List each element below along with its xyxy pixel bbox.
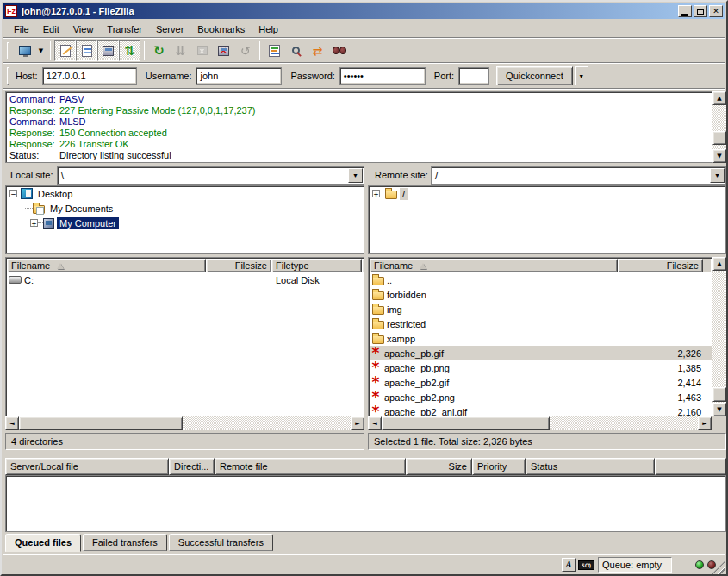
- expand-icon[interactable]: +: [372, 190, 380, 197]
- toolbar-grip[interactable]: [7, 42, 9, 59]
- column-header-last-modified[interactable]: L: [362, 259, 364, 272]
- maximize-button[interactable]: [694, 5, 707, 17]
- column-header-direction[interactable]: Directi...: [169, 458, 215, 475]
- remote-vscroll-down-button[interactable]: ▼: [712, 403, 726, 416]
- collapse-icon[interactable]: −: [9, 190, 17, 197]
- tree-item-root[interactable]: + /: [369, 186, 725, 201]
- port-input[interactable]: [458, 67, 489, 85]
- remote-hscrollbar-thumb[interactable]: [382, 416, 550, 430]
- file-row-selected[interactable]: * apache_pb.gif 2,326: [370, 346, 712, 360]
- file-row[interactable]: ..: [370, 272, 712, 287]
- column-header-size[interactable]: Size: [406, 458, 472, 475]
- reconnect-button[interactable]: ↺: [234, 40, 256, 61]
- tree-item-my-documents[interactable]: My Documents: [6, 201, 364, 216]
- file-row[interactable]: * apache_pb2.png 1,463: [370, 390, 712, 404]
- remote-file-list: Filename Filesize .. forbidden img restr…: [368, 257, 726, 416]
- file-row-local-disk-c[interactable]: C: Local Disk: [7, 272, 363, 287]
- remote-site-combobox[interactable]: / ▼: [431, 166, 726, 185]
- log-scrollbar-thumb[interactable]: [712, 131, 726, 145]
- minimize-icon: [681, 14, 688, 16]
- menu-file[interactable]: File: [7, 22, 36, 37]
- column-label: Remote file: [220, 461, 268, 472]
- directory-listing-filters-button[interactable]: [264, 40, 285, 61]
- synchronized-browsing-button[interactable]: ⇄: [307, 40, 328, 61]
- password-input[interactable]: ••••••: [339, 67, 426, 85]
- menu-view[interactable]: View: [66, 22, 101, 37]
- menu-transfer[interactable]: Transfer: [100, 22, 149, 37]
- find-files-button[interactable]: [328, 40, 350, 61]
- tab-queued-files[interactable]: Queued files: [5, 534, 81, 552]
- quickconnect-button-label: Quickconnect: [506, 71, 563, 81]
- column-header-filesize[interactable]: Filesize: [206, 259, 271, 272]
- directory-comparison-button[interactable]: [285, 40, 307, 61]
- toggle-remote-tree-icon: [103, 46, 114, 56]
- titlebar[interactable]: Fz john@127.0.0.1 - FileZilla ✕: [3, 3, 725, 19]
- column-header-remote-file[interactable]: Remote file: [215, 458, 406, 475]
- process-queue-icon: ⇊: [175, 43, 186, 59]
- file-row[interactable]: restricted: [370, 316, 712, 331]
- username-input[interactable]: john: [196, 67, 282, 85]
- file-row[interactable]: * apache_pb2.gif 2,414: [370, 375, 712, 390]
- column-header-filesize[interactable]: Filesize: [618, 259, 703, 272]
- log-scroll-down-button[interactable]: ▼: [712, 149, 726, 163]
- local-site-dropdown-button[interactable]: ▼: [348, 168, 363, 183]
- column-header-filename[interactable]: Filename: [7, 259, 206, 272]
- column-header-filename[interactable]: Filename: [370, 259, 618, 272]
- toggle-remote-tree-button[interactable]: [97, 40, 119, 61]
- minimize-button[interactable]: [678, 5, 692, 17]
- chevron-down-icon: ▼: [578, 73, 584, 79]
- column-header-status[interactable]: Status: [526, 458, 655, 475]
- tab-successful-transfers[interactable]: Successful transfers: [169, 534, 273, 551]
- remote-hscroll-right-button[interactable]: ►: [698, 416, 712, 430]
- remote-vscroll-up-button[interactable]: ▲: [712, 257, 726, 271]
- menu-bookmarks[interactable]: Bookmarks: [190, 22, 252, 37]
- tab-failed-transfers[interactable]: Failed transfers: [83, 534, 167, 551]
- toggle-transfer-queue-button[interactable]: ⇅: [119, 40, 140, 61]
- local-site-combobox[interactable]: \ ▼: [57, 166, 364, 185]
- remote-vscrollbar-thumb[interactable]: [712, 387, 726, 402]
- file-row[interactable]: forbidden: [370, 287, 712, 302]
- process-queue-button[interactable]: ⇊: [170, 40, 191, 61]
- site-manager-dropdown-button[interactable]: ▼: [35, 40, 47, 61]
- folder-icon: [385, 191, 397, 199]
- disconnect-button[interactable]: ×: [213, 40, 234, 61]
- tree-item-my-computer[interactable]: + My Computer: [6, 216, 364, 230]
- site-manager-button[interactable]: [14, 40, 35, 61]
- menu-edit[interactable]: Edit: [36, 22, 66, 37]
- local-site-row: Local site: \ ▼: [5, 166, 364, 185]
- column-header-server-local-file[interactable]: Server/Local file: [5, 458, 169, 475]
- file-row[interactable]: xampp: [370, 331, 712, 346]
- quickconnect-dropdown-button[interactable]: ▼: [575, 66, 588, 85]
- local-hscrollbar-thumb[interactable]: [19, 416, 183, 430]
- local-hscroll-right-button[interactable]: ►: [351, 416, 364, 430]
- log-scroll-up-button[interactable]: ▲: [712, 91, 726, 105]
- host-input[interactable]: 127.0.0.1: [42, 67, 137, 85]
- queue-body[interactable]: [5, 475, 726, 532]
- refresh-button[interactable]: ↻: [148, 40, 170, 61]
- column-label: Status: [531, 461, 557, 472]
- expand-icon[interactable]: +: [30, 219, 38, 227]
- local-hscroll-left-button[interactable]: ◄: [5, 416, 19, 430]
- close-button[interactable]: ✕: [709, 5, 723, 17]
- file-row[interactable]: img: [370, 302, 712, 316]
- log-text: Directory listing successful: [59, 150, 171, 161]
- log-line: Command:MLSD: [9, 116, 712, 128]
- tree-item-desktop[interactable]: − Desktop: [6, 186, 364, 201]
- cancel-operation-button[interactable]: x: [191, 40, 213, 61]
- file-row[interactable]: * apache_pb.png 1,385: [370, 360, 712, 375]
- column-header-filetype[interactable]: Filetype: [271, 259, 362, 272]
- quickconnect-button[interactable]: Quickconnect: [496, 66, 573, 85]
- transfer-type-indicator[interactable]: A: [562, 558, 576, 572]
- file-row[interactable]: * apache_pb2_ani.gif 2,160: [370, 404, 712, 416]
- file-type: Local Disk: [276, 275, 320, 285]
- scq-badge[interactable]: SCQ: [578, 560, 594, 570]
- toggle-local-tree-button[interactable]: [76, 40, 97, 61]
- column-header-priority[interactable]: Priority: [472, 458, 526, 475]
- quickconnect-grip[interactable]: [7, 67, 9, 85]
- menu-help[interactable]: Help: [252, 22, 285, 37]
- remote-hscroll-left-button[interactable]: ◄: [368, 416, 382, 430]
- remote-site-dropdown-button[interactable]: ▼: [710, 168, 725, 183]
- password-label: Password:: [290, 71, 334, 81]
- menu-server[interactable]: Server: [149, 22, 190, 37]
- toggle-message-log-button[interactable]: [54, 40, 76, 61]
